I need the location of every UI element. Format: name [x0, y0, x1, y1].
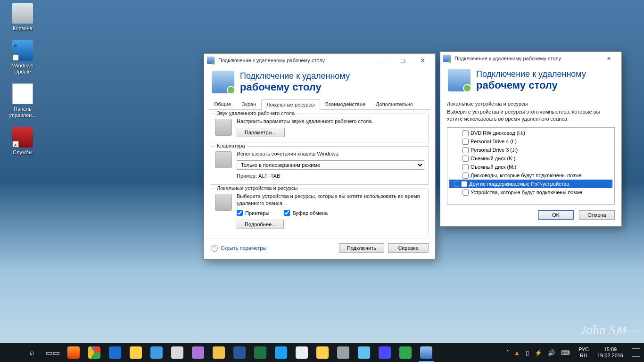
window-title: Подключение к удаленному рабочему столу	[218, 58, 373, 63]
taskbar-app[interactable]	[167, 343, 188, 362]
group-title: Локальные устройства и ресурсы	[215, 185, 299, 191]
volume-icon[interactable]: 🔊	[548, 349, 555, 356]
tree-node[interactable]: Съемный диск (K:)	[449, 154, 612, 163]
taskbar-app[interactable]	[229, 343, 250, 362]
rdp-large-icon	[212, 71, 234, 93]
taskbar-app[interactable]	[125, 343, 146, 362]
tab-1[interactable]: Экран	[236, 99, 261, 109]
tab-4[interactable]: Дополнительно	[371, 99, 418, 109]
desktop-glyph-icon	[12, 83, 33, 104]
node-checkbox[interactable]	[461, 181, 467, 187]
desktop-icon[interactable]: Панель управлен...	[4, 83, 41, 118]
taskbar-app[interactable]	[354, 343, 374, 362]
titlebar[interactable]: Подключение к удаленному рабочему столу …	[204, 54, 435, 67]
titlebar[interactable]: Подключение к удаленному рабочему столу …	[440, 52, 621, 65]
firefox-icon	[67, 346, 80, 359]
node-checkbox[interactable]	[462, 173, 469, 179]
node-label: Дисководы, которые будут подключены позж…	[471, 171, 581, 180]
taskbar-app[interactable]	[271, 343, 291, 362]
minimize-button[interactable]: —	[373, 54, 393, 67]
taskbar-app[interactable]	[146, 343, 167, 362]
maximize-button[interactable]: ▢	[393, 54, 413, 67]
task-view-button[interactable]: ▭▭	[42, 343, 63, 362]
tree-node[interactable]: -Другие поддерживаемые PnP-устройства	[449, 180, 612, 188]
printers-checkbox[interactable]: Принтеры	[237, 210, 269, 216]
device-tree[interactable]: DVD RW дисковод (H:)Personal Drive 4 (I:…	[447, 127, 615, 205]
help-button[interactable]: Справка	[388, 243, 429, 253]
file-explorer-icon	[130, 346, 142, 359]
header-banner: Подключение к удаленному рабочему столу	[440, 65, 621, 97]
taskbar-app[interactable]	[250, 343, 271, 362]
taskbar-app[interactable]	[208, 343, 229, 362]
taskbar-app[interactable]	[63, 343, 84, 362]
tab-3[interactable]: Взаимодействие	[320, 99, 371, 109]
desktop-icon[interactable]: Службы	[4, 127, 41, 156]
taskbar-app[interactable]	[188, 343, 208, 362]
desktop-glyph-icon	[12, 3, 33, 24]
node-checkbox[interactable]	[462, 147, 469, 153]
tray-expand-icon[interactable]: ˄	[506, 350, 509, 356]
keyboard-tray-icon[interactable]: ⌨	[561, 349, 570, 356]
language-indicator[interactable]: РУСRU	[578, 346, 589, 359]
taskbar-app[interactable]	[291, 343, 312, 362]
start-button[interactable]	[1, 343, 22, 362]
taskbar-app[interactable]	[333, 343, 354, 362]
icon-label: Службы	[13, 149, 33, 156]
tree-node[interactable]: Устройства, которые будут подключены поз…	[449, 188, 612, 197]
connect-button[interactable]: Подключить	[339, 243, 384, 253]
tree-node[interactable]: Дисководы, которые будут подключены позж…	[449, 171, 612, 180]
desktop-icon[interactable]: Windows Update	[4, 40, 41, 75]
clipboard-checkbox[interactable]: Буфер обмена	[284, 210, 328, 216]
close-button[interactable]: ✕	[413, 54, 432, 67]
keyboard-icon	[215, 151, 232, 168]
window-title: Подключение к удаленному рабочему столу	[454, 56, 599, 61]
more-button[interactable]: Подробнее...	[237, 220, 284, 229]
tab-2[interactable]: Локальные ресурсы	[261, 99, 320, 110]
hide-options-toggle[interactable]: ˄ Скрыть параметры	[211, 245, 335, 252]
taskbar-app[interactable]	[312, 343, 333, 362]
header-line2: рабочему столу	[240, 81, 350, 93]
clock[interactable]: 15:0919.02.2016	[597, 346, 623, 359]
rdp-main-window: Подключение к удаленному рабочему столу …	[204, 53, 436, 260]
chrome-icon	[88, 346, 100, 359]
search-button[interactable]: ⌕	[22, 343, 42, 362]
taskbar-app[interactable]	[84, 343, 105, 362]
node-checkbox[interactable]	[462, 189, 469, 196]
keyboard-desc: Использовать сочетания клавиш Windows:	[237, 150, 424, 157]
desktop-icon[interactable]: Корзина	[4, 3, 41, 32]
node-checkbox[interactable]	[462, 130, 469, 136]
battery-icon[interactable]: ▯	[526, 349, 529, 356]
ie-icon	[109, 346, 121, 359]
taskbar-app[interactable]	[416, 343, 437, 362]
action-center-icon[interactable]	[632, 348, 640, 357]
group-title: Локальные устройства и ресурсы	[447, 101, 615, 107]
cancel-button[interactable]: Отмена	[579, 210, 615, 220]
audio-desc: Настроить параметры звука удаленного раб…	[237, 118, 424, 125]
node-checkbox[interactable]	[462, 139, 469, 145]
settings-icon	[337, 346, 349, 359]
close-button[interactable]: ✕	[599, 52, 619, 65]
keyboard-combo[interactable]: Только в полноэкранном режиме	[237, 160, 424, 170]
bottom-bar: ˄ Скрыть параметры Подключить Справка	[204, 238, 435, 259]
taskbar-app[interactable]	[105, 343, 125, 362]
taskbar-app[interactable]	[395, 343, 416, 362]
tree-node[interactable]: Съемный диск (M:)	[449, 163, 612, 171]
desktop-glyph-icon	[12, 127, 33, 148]
taskbar-app[interactable]	[374, 343, 395, 362]
audio-settings-button[interactable]: Параметры...	[237, 128, 285, 137]
ok-button[interactable]: OK	[538, 210, 574, 220]
tree-node[interactable]: DVD RW дисковод (H:)	[449, 129, 612, 137]
tab-0[interactable]: Общие	[209, 99, 236, 109]
node-checkbox[interactable]	[462, 164, 469, 170]
network-icon[interactable]: ⚡	[535, 349, 542, 356]
tree-node[interactable]: Personal Drive 3 (J:)	[449, 146, 612, 154]
vlc-tray-icon[interactable]: ▲	[514, 349, 520, 356]
node-label: Съемный диск (M:)	[471, 163, 516, 171]
tree-node[interactable]: Personal Drive 4 (I:)	[449, 137, 612, 146]
local-desc: Выберите устройства и ресурсы, которые в…	[237, 193, 424, 207]
app-icon	[316, 346, 329, 359]
vpn-icon	[399, 346, 412, 359]
expander-icon[interactable]: -	[454, 181, 459, 187]
node-checkbox[interactable]	[462, 156, 469, 162]
node-label: DVD RW дисковод (H:)	[471, 129, 525, 137]
